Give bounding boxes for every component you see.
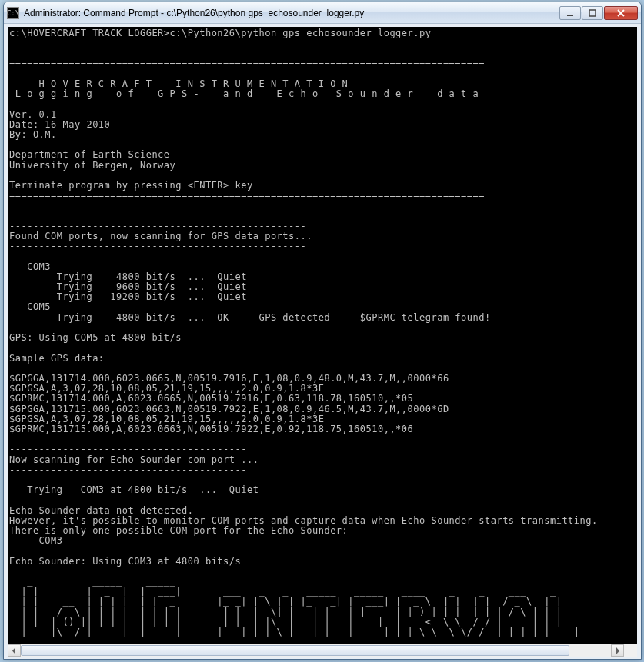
terminal-area[interactable]: c:\HOVERCRAFT_TRACK_LOGGER>c:\Python26\p…: [8, 27, 637, 644]
com3-label: COM3: [9, 261, 51, 272]
hr: ========================================…: [9, 58, 485, 69]
arrow-left-icon: [12, 647, 17, 654]
com3-9600: Trying 9600 bit/s ... Quiet: [9, 281, 247, 292]
scroll-track[interactable]: [21, 644, 611, 657]
arrow-right-icon: [615, 647, 620, 654]
com3-indent: COM3: [9, 535, 63, 546]
svg-rect-0: [567, 15, 573, 16]
com5-label: COM5: [9, 301, 51, 312]
maximize-button[interactable]: [582, 6, 603, 20]
close-button[interactable]: [604, 6, 638, 20]
dash3: ----------------------------------------: [9, 444, 247, 454]
banner-line-1: H O V E R C R A F T I N S T R U M E N T …: [9, 78, 348, 89]
window-title: Administrator: Command Prompt - c:\Pytho…: [24, 8, 559, 18]
titlebar[interactable]: C:\ Administrator: Command Prompt - c:\P…: [4, 2, 641, 24]
banner-line-2: L o g g i n g o f G P S - a n d E c h o …: [9, 88, 479, 99]
close-icon: [616, 9, 626, 17]
maximize-icon: [589, 9, 596, 17]
nmea-6: $GPRMC,131715.000,A,6023.0663,N,00519.79…: [9, 424, 413, 434]
try-com3: Trying COM3 at 4800 bit/s ... Quiet: [9, 484, 259, 495]
dash1: ----------------------------------------…: [9, 221, 306, 231]
dash4: ----------------------------------------: [9, 464, 247, 475]
only-one: There is only one possible COM port for …: [9, 525, 348, 536]
date: Date: 16 May 2010: [9, 119, 110, 130]
version: Ver. 0.1: [9, 109, 57, 120]
author: By: O.M.: [9, 129, 57, 140]
svg-rect-1: [589, 10, 596, 16]
gps-using: GPS: Using COM5 at 4800 bit/s: [9, 332, 182, 343]
echo-not: Echo Sounder data not detected.: [9, 505, 193, 516]
terminate-hint: Terminate program by pressing <ENTER> ke…: [9, 180, 253, 191]
echo-using: Echo Sounder: Using COM3 at 4800 bits/s: [9, 556, 241, 567]
uni: University of Bergen, Norway: [9, 160, 175, 171]
prompt-line: c:\HOVERCRAFT_TRACK_LOGGER>c:\Python26\p…: [9, 28, 431, 38]
nmea-5: $GPGSA,A,3,07,28,10,08,05,21,19,15,,,,,2…: [9, 414, 324, 424]
nmea-3: $GPRMC,131714.000,A,6023.0665,N,00519.79…: [9, 393, 413, 404]
terminal-output: c:\HOVERCRAFT_TRACK_LOGGER>c:\Python26\p…: [8, 27, 637, 644]
hr2: ========================================…: [9, 190, 485, 201]
system-menu-icon[interactable]: C:\: [7, 7, 19, 19]
dept: Department of Earth Science: [9, 149, 170, 160]
nmea-2: $GPGSA,A,3,07,28,10,08,05,21,19,15,,,,,2…: [9, 383, 324, 394]
scan-gps: Found COM ports, now scanning for GPS da…: [9, 231, 312, 241]
scroll-thumb[interactable]: [21, 645, 569, 656]
command-prompt-window: C:\ Administrator: Command Prompt - c:\P…: [3, 2, 642, 660]
minimize-icon: [566, 9, 574, 17]
nmea-4: $GPGGA,131715.000,6023.0663,N,00519.7922…: [9, 404, 449, 414]
scroll-right-button[interactable]: [611, 644, 624, 657]
however: However, it's possible to monitor COM po…: [9, 515, 598, 526]
scroll-left-button[interactable]: [8, 644, 21, 657]
dash2: ----------------------------------------…: [9, 241, 306, 251]
horizontal-scrollbar[interactable]: [8, 644, 637, 657]
minimize-button[interactable]: [559, 6, 581, 20]
scrollbar-corner: [624, 644, 637, 657]
window-buttons: [559, 6, 638, 20]
nmea-1: $GPGGA,131714.000,6023.0665,N,00519.7916…: [9, 373, 449, 384]
com3-19200: Trying 19200 bit/s ... Quiet: [9, 291, 247, 302]
scan-echo: Now scanning for Echo Sounder com port .…: [9, 454, 259, 465]
sample-hdr: Sample GPS data:: [9, 353, 105, 364]
com5-4800: Trying 4800 bit/s ... OK - GPS detected …: [9, 312, 491, 323]
com3-4800: Trying 4800 bit/s ... Quiet: [9, 271, 247, 282]
